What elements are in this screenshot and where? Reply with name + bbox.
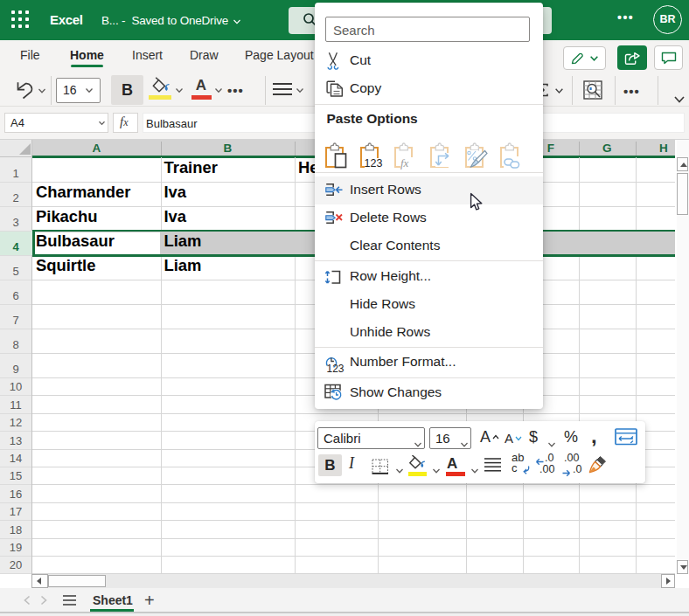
svg-text:123: 123 (327, 363, 344, 375)
svg-text:123: 123 (364, 157, 382, 170)
svg-text:fx: fx (400, 156, 409, 170)
